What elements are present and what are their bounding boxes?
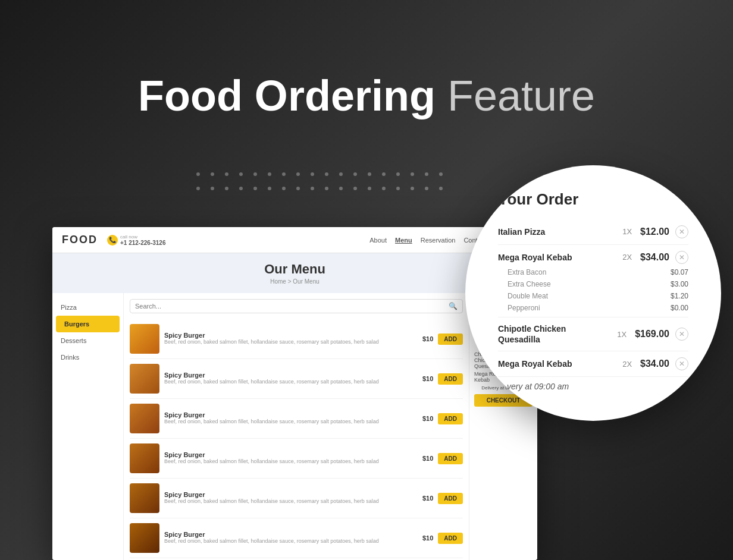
food-image-6 <box>130 523 159 553</box>
order-price-kebab: $34.00 <box>640 252 669 263</box>
food-desc-2: Beef, red onion, baked salmon fillet, ho… <box>164 379 418 386</box>
order-price-italian-pizza: $12.00 <box>640 226 669 237</box>
food-name-6: Spicy Burger <box>164 531 418 538</box>
remove-quesadilla-button[interactable]: ✕ <box>675 328 688 341</box>
sidebar-item-desserts[interactable]: Desserts <box>52 332 123 349</box>
dot <box>268 187 271 190</box>
food-price-6: $10 <box>422 534 433 542</box>
menu-header: Our Menu Home > Our Menu <box>52 253 537 293</box>
addon-row-extra-cheese: Extra Cheese $3.00 <box>498 278 688 290</box>
sidebar-item-drinks[interactable]: Drinks <box>52 349 123 366</box>
food-desc-6: Beef, red onion, baked salmon fillet, ho… <box>164 538 418 545</box>
addon-name-pepperoni: Pepperoni <box>508 304 540 312</box>
dot <box>196 172 200 176</box>
food-name-3: Spicy Burger <box>164 411 418 419</box>
brand-logo: FOOD <box>62 234 98 246</box>
food-image-5 <box>130 483 159 513</box>
nav-about[interactable]: About <box>369 237 387 244</box>
nav-reservation[interactable]: Reservation <box>421 237 456 244</box>
dot <box>253 187 257 190</box>
dot <box>425 187 428 190</box>
order-circle: Your Order Italian Pizza 1X $12.00 ✕ Meg… <box>465 165 721 421</box>
addon-row-double-meat: Double Meat $1.20 <box>498 290 688 302</box>
sidebar-item-burgers[interactable]: Burgers <box>56 316 120 332</box>
dot <box>211 172 214 176</box>
hero-title-light: Feature <box>436 72 595 119</box>
dot <box>396 187 400 190</box>
order-row-quesadilla: Chipotle ChickenQuesadilla 1X $169.00 ✕ <box>498 317 688 351</box>
food-price-2: $10 <box>422 375 433 382</box>
sidebar-item-pizza[interactable]: Pizza <box>52 299 123 316</box>
breadcrumb: Home > Our Menu <box>61 278 529 285</box>
add-button-6[interactable]: ADD <box>438 533 463 544</box>
dot <box>282 187 286 190</box>
phone-badge: 📞 call now +1 212-226-3126 <box>107 234 165 246</box>
order-name-italian-pizza: Italian Pizza <box>498 227 614 237</box>
dot <box>253 172 257 176</box>
add-button-5[interactable]: ADD <box>438 493 463 504</box>
addon-price-extra-cheese: $3.00 <box>671 280 688 288</box>
food-item-6: Spicy Burger Beef, red onion, baked salm… <box>130 518 463 558</box>
dot <box>339 187 343 190</box>
add-button-4[interactable]: ADD <box>438 453 463 464</box>
phone-number: +1 212-226-3126 <box>120 240 165 246</box>
remove-kebab-button[interactable]: ✕ <box>675 251 688 264</box>
add-button-1[interactable]: ADD <box>438 334 463 345</box>
phone-icon: 📞 <box>107 235 118 246</box>
dot <box>353 187 357 190</box>
food-item-1: Spicy Burger Beef, red onion, baked salm… <box>130 319 463 359</box>
add-button-3[interactable]: ADD <box>438 413 463 424</box>
food-name-2: Spicy Burger <box>164 372 418 379</box>
dot <box>225 172 228 176</box>
dot <box>225 187 228 190</box>
food-name-4: Spicy Burger <box>164 451 418 458</box>
dot-grid <box>196 172 443 190</box>
dot <box>382 187 386 190</box>
search-bar[interactable]: 🔍 <box>130 299 463 313</box>
food-item-5: Spicy Burger Beef, red onion, baked salm… <box>130 479 463 518</box>
dot-row-1 <box>196 172 443 176</box>
menu-sidebar: Pizza Burgers Desserts Drinks <box>52 293 124 560</box>
food-desc-4: Beef, red onion, baked salmon fillet, ho… <box>164 458 418 465</box>
order-name-kebab-2: Mega Royal Kebab <box>498 359 614 369</box>
order-circle-title: Your Order <box>498 190 688 209</box>
dot <box>311 187 314 190</box>
remove-kebab-2-button[interactable]: ✕ <box>675 357 688 370</box>
search-icon: 🔍 <box>449 302 458 310</box>
order-price-quesadilla: $169.00 <box>635 329 669 339</box>
food-item-3: Spicy Burger Beef, red onion, baked salm… <box>130 399 463 439</box>
search-input[interactable] <box>135 303 449 310</box>
dot <box>339 172 343 176</box>
dot <box>239 187 243 190</box>
food-price-1: $10 <box>422 335 433 342</box>
phone-label: call now <box>120 234 165 240</box>
dot <box>439 172 443 176</box>
phone-info: call now +1 212-226-3126 <box>120 234 165 246</box>
menu-body: Pizza Burgers Desserts Drinks 🔍 Spicy Bu… <box>52 293 537 560</box>
food-item-4: Spicy Burger Beef, red onion, baked salm… <box>130 439 463 479</box>
order-row-kebab: Mega Royal Kebab 2X $34.00 ✕ <box>498 245 688 266</box>
food-desc-3: Beef, red onion, baked salmon fillet, ho… <box>164 419 418 426</box>
dot <box>396 172 400 176</box>
nav-menu[interactable]: Menu <box>395 237 412 244</box>
food-desc-1: Beef, red onion, baked salmon fillet, ho… <box>164 339 418 346</box>
dot <box>325 187 328 190</box>
food-image-1 <box>130 324 159 354</box>
addon-price-extra-bacon: $0.07 <box>671 268 688 276</box>
menu-title: Our Menu <box>61 262 529 277</box>
remove-italian-pizza-button[interactable]: ✕ <box>675 225 688 238</box>
order-qty-kebab-2: 2X <box>622 360 632 369</box>
dot <box>325 172 328 176</box>
order-price-kebab-2: $34.00 <box>640 358 669 369</box>
add-button-2[interactable]: ADD <box>438 373 463 385</box>
dot <box>311 172 314 176</box>
dot <box>382 172 386 176</box>
dot <box>239 172 243 176</box>
addon-price-double-meat: $1.20 <box>671 292 688 300</box>
dot-row-2 <box>196 187 443 190</box>
food-info-2: Spicy Burger Beef, red onion, baked salm… <box>164 372 418 386</box>
addon-name-double-meat: Double Meat <box>508 292 548 300</box>
order-name-kebab: Mega Royal Kebab <box>498 253 614 262</box>
addon-price-pepperoni: $0.00 <box>671 304 688 312</box>
dot <box>296 172 300 176</box>
